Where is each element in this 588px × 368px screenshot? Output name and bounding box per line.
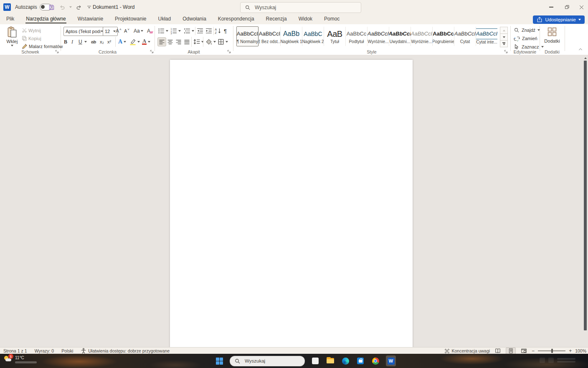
clipboard-dialog-launcher[interactable] bbox=[55, 49, 61, 54]
clear-formatting-button[interactable]: A bbox=[147, 27, 153, 35]
font-name-combo[interactable]: Aptos (Tekst podsta bbox=[63, 27, 105, 36]
styles-dialog-launcher[interactable] bbox=[504, 49, 509, 54]
zoom-slider[interactable] bbox=[538, 350, 565, 351]
web-layout-button[interactable] bbox=[519, 348, 528, 354]
text-effects-button[interactable]: A bbox=[118, 38, 126, 46]
style-bez-odstepow[interactable]: AaBbCcI ¶ Bez odst... bbox=[259, 27, 280, 46]
style-uwydatnienie[interactable]: AaBbCcI Uwydatni... bbox=[389, 27, 411, 46]
edge-icon[interactable] bbox=[341, 356, 350, 365]
document-page[interactable] bbox=[170, 60, 413, 347]
styles-scroll-down-button[interactable] bbox=[500, 33, 508, 41]
print-layout-button[interactable] bbox=[506, 348, 516, 354]
focus-mode-button[interactable]: Koncentracja uwagi bbox=[444, 348, 490, 354]
word-taskbar-icon-active[interactable]: W bbox=[386, 355, 396, 366]
tab-plik[interactable]: Plik bbox=[6, 15, 15, 23]
file-explorer-icon[interactable] bbox=[326, 356, 335, 365]
word-count[interactable]: Wyrazy: 0 bbox=[35, 348, 54, 353]
redo-icon[interactable] bbox=[76, 4, 82, 10]
taskbar-app-icon-white[interactable] bbox=[311, 356, 320, 365]
paste-dropdown-caret[interactable] bbox=[11, 45, 13, 46]
align-left-button[interactable] bbox=[157, 37, 166, 46]
tab-projektowanie[interactable]: Projektowanie bbox=[114, 15, 147, 23]
tab-narzedzia-glowne[interactable]: Narzędzia główne bbox=[25, 15, 66, 23]
subscript-button[interactable]: x₂ bbox=[100, 38, 104, 46]
decrease-indent-button[interactable] bbox=[197, 27, 203, 35]
minimize-button[interactable] bbox=[543, 0, 560, 14]
accessibility-status[interactable]: Ułatwienia dostępu: dobrze przygotowane bbox=[81, 348, 170, 354]
zoom-level[interactable]: 100% bbox=[575, 348, 586, 353]
style-naglowek-2[interactable]: AaBbC Nagłówek 2 bbox=[302, 27, 324, 46]
page-indicator[interactable]: Strona 1 z 1 bbox=[3, 348, 27, 353]
increase-indent-button[interactable] bbox=[205, 27, 212, 35]
tray-icon[interactable] bbox=[540, 358, 545, 363]
undo-dropdown-caret[interactable] bbox=[69, 6, 72, 8]
clock-date-area[interactable] bbox=[557, 357, 575, 363]
align-center-button[interactable] bbox=[167, 38, 173, 46]
tab-uklad[interactable]: Układ bbox=[157, 15, 171, 23]
styles-more-button[interactable] bbox=[500, 40, 508, 47]
shading-button[interactable] bbox=[205, 38, 216, 46]
underline-dropdown-caret[interactable] bbox=[84, 38, 87, 46]
tab-wstawianie[interactable]: Wstawianie bbox=[77, 15, 104, 23]
cut-button[interactable]: Wytnij bbox=[22, 28, 41, 33]
tab-widok[interactable]: Widok bbox=[298, 15, 313, 23]
style-normalny[interactable]: AaBbCcI ¶ Normalny bbox=[236, 26, 259, 46]
strikethrough-button[interactable]: ab bbox=[91, 38, 96, 46]
highlight-color-button[interactable] bbox=[129, 38, 140, 46]
title-search-box[interactable] bbox=[240, 2, 361, 13]
tray-icon[interactable] bbox=[548, 358, 554, 363]
multilevel-list-button[interactable] bbox=[184, 27, 194, 35]
scrollbar-thumb[interactable] bbox=[584, 61, 587, 330]
bullets-button[interactable] bbox=[158, 27, 168, 35]
grow-font-button[interactable]: A˄ bbox=[116, 27, 122, 35]
share-button[interactable]: Udostępnianie bbox=[533, 15, 585, 24]
weather-widget[interactable]: 1 11°C bbox=[4, 355, 37, 363]
find-button[interactable]: Znajdź bbox=[514, 27, 540, 33]
start-button[interactable] bbox=[215, 356, 224, 365]
taskbar-search-input[interactable] bbox=[244, 358, 287, 364]
borders-button[interactable] bbox=[218, 38, 228, 46]
tab-pomoc[interactable]: Pomoc bbox=[324, 15, 340, 23]
zoom-in-button[interactable]: + bbox=[569, 348, 572, 354]
undo-icon[interactable] bbox=[59, 4, 65, 10]
align-right-button[interactable] bbox=[175, 38, 182, 46]
style-podtytul[interactable]: AaBbCc Podtytuł bbox=[345, 27, 367, 46]
zoom-out-button[interactable]: − bbox=[532, 348, 535, 354]
customize-quick-access-icon[interactable] bbox=[86, 5, 92, 10]
line-spacing-button[interactable] bbox=[193, 38, 204, 46]
style-cytat-intensywny[interactable]: AaBbCcI Cytat inte... bbox=[476, 27, 497, 46]
language-indicator[interactable]: Polski bbox=[61, 348, 73, 353]
system-tray[interactable] bbox=[540, 357, 575, 363]
style-cytat[interactable]: AaBbCcI Cytat bbox=[454, 27, 476, 46]
collapse-ribbon-button[interactable] bbox=[578, 46, 583, 54]
tab-korespondencja[interactable]: Korespondencja bbox=[218, 15, 255, 23]
tab-recenzja[interactable]: Recenzja bbox=[266, 15, 287, 23]
numbering-button[interactable]: 123 bbox=[170, 27, 181, 35]
addins-button[interactable]: Dodatki bbox=[543, 27, 561, 49]
show-formatting-marks-button[interactable]: ¶ bbox=[224, 27, 227, 35]
font-color-button[interactable]: A bbox=[142, 38, 150, 46]
read-mode-button[interactable] bbox=[493, 348, 502, 354]
copy-button[interactable]: Kopiuj bbox=[22, 36, 41, 41]
style-wyroznienie-intensywne[interactable]: AaBbCcI Wyróżnie... bbox=[411, 27, 432, 46]
taskbar-search-box[interactable] bbox=[230, 356, 305, 366]
microsoft-store-icon[interactable] bbox=[356, 356, 365, 365]
bold-button[interactable]: B bbox=[64, 38, 67, 46]
save-icon[interactable] bbox=[48, 4, 55, 10]
italic-button[interactable]: I bbox=[71, 38, 73, 46]
style-wyroznienie-delikatne[interactable]: AaBbCcI Wyróżnie... bbox=[367, 27, 389, 46]
change-case-button[interactable]: Aa bbox=[134, 27, 143, 35]
style-pogrubienie[interactable]: AaBbCc Pogrubienie bbox=[432, 27, 454, 46]
underline-button[interactable]: U bbox=[79, 38, 82, 46]
justify-button[interactable] bbox=[184, 38, 190, 46]
sort-button[interactable]: AZ bbox=[215, 27, 221, 35]
style-tytul[interactable]: AaB Tytuł bbox=[324, 27, 345, 46]
paragraph-dialog-launcher[interactable] bbox=[227, 49, 233, 54]
close-button[interactable] bbox=[573, 0, 588, 14]
style-naglowek-1[interactable]: AaBb Nagłówek 1 bbox=[280, 27, 302, 46]
tab-odwolania[interactable]: Odwołania bbox=[182, 15, 207, 23]
superscript-button[interactable]: x² bbox=[107, 38, 111, 46]
title-search-input[interactable] bbox=[254, 4, 339, 11]
zoom-slider-knob[interactable] bbox=[551, 349, 553, 353]
scroll-up-button[interactable] bbox=[583, 56, 588, 60]
